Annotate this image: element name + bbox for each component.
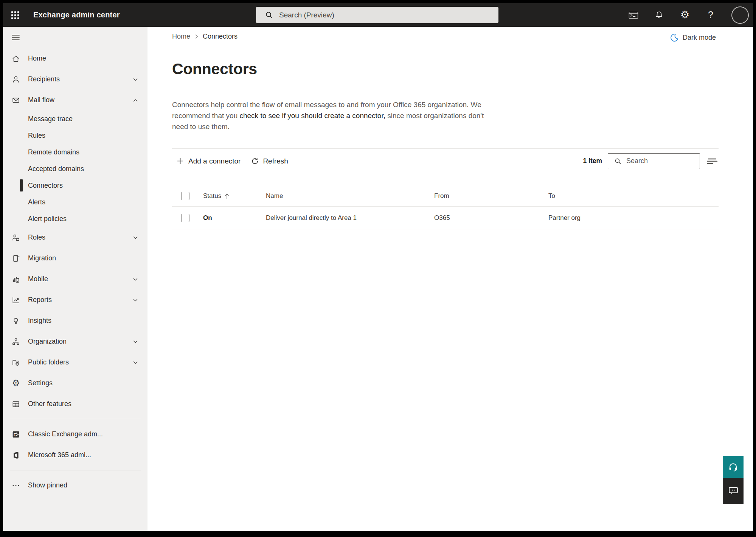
moon-icon [670,33,679,42]
sidebar-item-label: Recipients [28,75,132,83]
item-count: 1 item [583,157,602,165]
sidebar-item-migration[interactable]: Migration [3,248,147,269]
sidebar-item-rules[interactable]: Rules [3,127,147,144]
sidebar-item-other-features[interactable]: Other features [3,394,147,414]
column-header-name[interactable]: Name [266,192,434,200]
sidebar-item-insights[interactable]: Insights [3,310,147,331]
breadcrumb-home-link[interactable]: Home [172,33,190,40]
connector-to: Partner org [548,214,719,222]
microsoft-365-logo-icon [11,451,20,460]
chevron-down-icon [132,339,138,345]
refresh-label: Refresh [263,157,288,165]
sidebar-item-label: Roles [28,233,132,241]
table-row[interactable]: On Deliver journal directly to Area 1 O3… [172,207,719,229]
sidebar-item-label: Home [28,54,147,62]
topbar-actions: ⚙ ? [629,3,750,27]
row-checkbox[interactable] [181,214,189,222]
sidebar-item-label: Message trace [28,115,147,123]
scrollbar-gutter[interactable] [746,27,753,531]
app-title: Exchange admin center [33,11,120,19]
chart-line-icon [11,296,20,305]
sidebar-item-connectors[interactable]: Connectors [3,177,147,194]
classic-exchange-logo-icon: E [11,430,20,439]
topbar: Exchange admin center [3,3,753,27]
global-search[interactable] [256,7,498,23]
mobile-stats-icon [11,275,20,284]
column-header-status[interactable]: Status [203,192,221,200]
refresh-icon [251,157,259,165]
dark-mode-toggle[interactable]: Dark mode [670,33,716,42]
sort-ascending-icon [225,193,229,199]
help-support-button[interactable] [723,456,744,478]
feedback-button[interactable] [723,478,744,504]
breadcrumb-current[interactable]: Connectors [203,33,238,40]
app-launcher-icon[interactable] [11,11,19,19]
sidebar-item-label: Alerts [28,198,147,206]
help-icon[interactable]: ? [706,9,716,21]
svg-text:E: E [14,432,17,437]
ellipsis-icon [11,481,20,490]
dark-mode-label: Dark mode [683,34,716,42]
terminal-icon[interactable] [629,9,638,21]
exchange-admin-window: Exchange admin center [3,3,753,531]
add-connector-button[interactable]: Add a connector [176,157,241,165]
sidebar-item-label: Mail flow [28,96,132,104]
sidebar-item-alerts[interactable]: Alerts [3,194,147,210]
column-header-from[interactable]: From [434,192,548,200]
global-search-input[interactable] [278,11,498,20]
toolbar-right: 1 item [583,153,719,169]
sidebar-nav: Home Recipients [3,27,147,531]
home-icon [11,54,20,63]
document-arrow-icon [11,254,20,263]
chevron-up-icon [132,97,138,103]
main-content: Home Connectors Dark mode Connectors [147,27,753,531]
sidebar-item-label: Show pinned [28,481,147,489]
sidebar-item-recipients[interactable]: Recipients [3,69,147,90]
chevron-down-icon [132,360,138,366]
chevron-down-icon [132,235,138,241]
table-grid-icon [11,400,20,409]
body-row: Home Recipients [3,27,753,531]
sidebar-item-reports[interactable]: Reports [3,290,147,310]
envelope-icon [11,96,20,105]
filter-icon[interactable] [706,156,719,166]
sidebar-item-label: Microsoft 365 admi... [28,451,147,459]
sidebar-item-mobile[interactable]: Mobile [3,269,147,290]
notifications-bell-icon[interactable] [654,9,664,21]
chevron-down-icon [132,76,138,82]
sidebar-item-organization[interactable]: Organization [3,331,147,352]
gear-icon: ⚙ [11,379,20,388]
sidebar-item-public-folders[interactable]: Public folders [3,352,147,373]
sidebar-item-classic-exchange[interactable]: E Classic Exchange adm... [3,424,147,445]
sidebar-item-label: Other features [28,400,147,408]
lightbulb-icon [11,316,20,325]
sidebar-item-message-trace[interactable]: Message trace [3,111,147,127]
sidebar-item-label: Accepted domains [28,165,147,173]
sidebar-item-accepted-domains[interactable]: Accepted domains [3,160,147,177]
list-search-input[interactable] [626,157,700,165]
select-all-checkbox[interactable] [181,192,189,200]
sidebar-item-label: Public folders [28,358,132,366]
connector-status: On [203,214,212,222]
search-icon [608,157,626,165]
connector-name[interactable]: Deliver journal directly to Area 1 [266,214,434,222]
list-search[interactable] [608,153,700,169]
create-connector-link[interactable]: check to see if you should create a conn… [239,112,385,120]
sidebar-item-home[interactable]: Home [3,48,147,69]
connectors-table: Status Name From To [172,186,719,229]
column-header-to[interactable]: To [548,192,719,200]
account-avatar[interactable] [731,6,749,24]
sidebar-item-show-pinned[interactable]: Show pinned [3,475,147,496]
plus-icon [176,157,184,165]
sidebar-item-mail-flow[interactable]: Mail flow [3,90,147,111]
sidebar-item-roles[interactable]: Roles [3,227,147,248]
breadcrumb-chevron-icon [194,34,199,39]
sidebar-item-alert-policies[interactable]: Alert policies [3,210,147,227]
sidebar-item-settings[interactable]: ⚙ Settings [3,373,147,394]
sidebar-item-microsoft-365[interactable]: Microsoft 365 admi... [3,445,147,465]
settings-gear-icon[interactable]: ⚙ [680,9,690,21]
refresh-button[interactable]: Refresh [251,157,288,165]
screen: Exchange admin center [0,0,756,537]
hamburger-menu-icon[interactable] [3,27,147,48]
sidebar-item-remote-domains[interactable]: Remote domains [3,144,147,160]
